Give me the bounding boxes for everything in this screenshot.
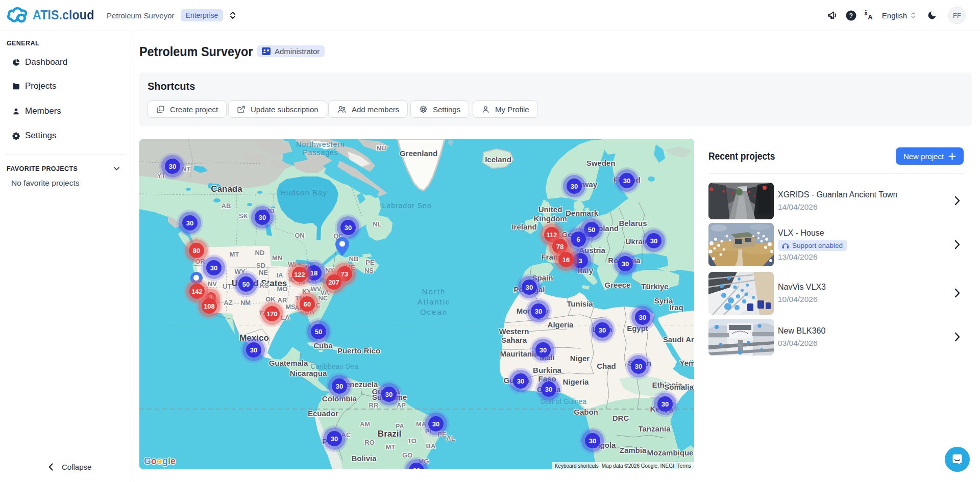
svg-text:?: ?: [849, 12, 853, 19]
svg-text:A: A: [868, 13, 872, 21]
svg-text:x̂: x̂: [864, 10, 868, 17]
